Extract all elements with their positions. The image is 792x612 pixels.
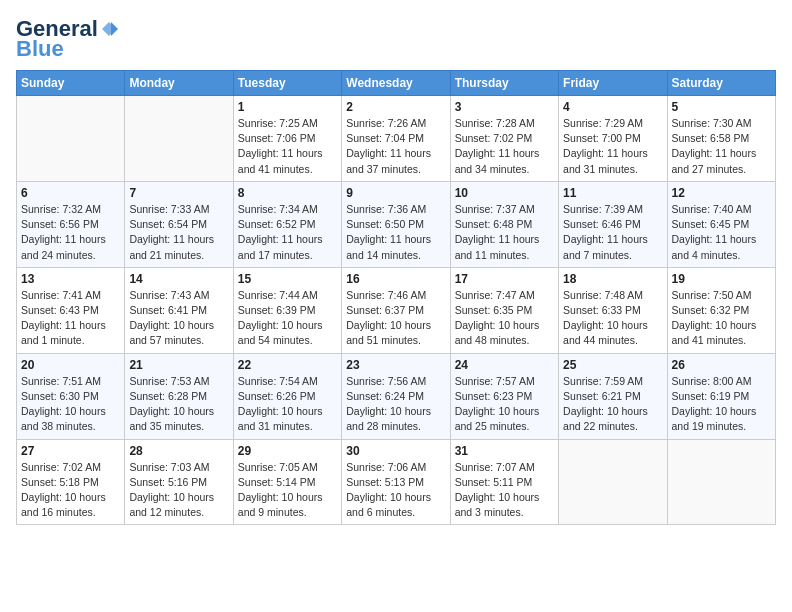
weekday-header-row: SundayMondayTuesdayWednesdayThursdayFrid… (17, 71, 776, 96)
day-number: 6 (21, 186, 120, 200)
day-info: Sunrise: 7:56 AMSunset: 6:24 PMDaylight:… (346, 374, 445, 435)
calendar-cell: 15Sunrise: 7:44 AMSunset: 6:39 PMDayligh… (233, 267, 341, 353)
day-number: 23 (346, 358, 445, 372)
day-number: 2 (346, 100, 445, 114)
calendar-cell: 20Sunrise: 7:51 AMSunset: 6:30 PMDayligh… (17, 353, 125, 439)
day-number: 15 (238, 272, 337, 286)
day-info: Sunrise: 7:30 AMSunset: 6:58 PMDaylight:… (672, 116, 771, 177)
day-info: Sunrise: 7:25 AMSunset: 7:06 PMDaylight:… (238, 116, 337, 177)
weekday-header-sunday: Sunday (17, 71, 125, 96)
calendar-cell: 1Sunrise: 7:25 AMSunset: 7:06 PMDaylight… (233, 96, 341, 182)
day-number: 20 (21, 358, 120, 372)
calendar-cell: 29Sunrise: 7:05 AMSunset: 5:14 PMDayligh… (233, 439, 341, 525)
day-info: Sunrise: 7:05 AMSunset: 5:14 PMDaylight:… (238, 460, 337, 521)
svg-marker-1 (111, 22, 118, 36)
calendar-cell: 7Sunrise: 7:33 AMSunset: 6:54 PMDaylight… (125, 181, 233, 267)
day-number: 30 (346, 444, 445, 458)
calendar-cell: 14Sunrise: 7:43 AMSunset: 6:41 PMDayligh… (125, 267, 233, 353)
calendar-cell (125, 96, 233, 182)
day-number: 11 (563, 186, 662, 200)
calendar-cell: 27Sunrise: 7:02 AMSunset: 5:18 PMDayligh… (17, 439, 125, 525)
day-number: 21 (129, 358, 228, 372)
calendar-cell: 22Sunrise: 7:54 AMSunset: 6:26 PMDayligh… (233, 353, 341, 439)
day-info: Sunrise: 7:43 AMSunset: 6:41 PMDaylight:… (129, 288, 228, 349)
calendar-cell: 11Sunrise: 7:39 AMSunset: 6:46 PMDayligh… (559, 181, 667, 267)
day-info: Sunrise: 7:46 AMSunset: 6:37 PMDaylight:… (346, 288, 445, 349)
day-info: Sunrise: 7:32 AMSunset: 6:56 PMDaylight:… (21, 202, 120, 263)
weekday-header-monday: Monday (125, 71, 233, 96)
day-info: Sunrise: 7:44 AMSunset: 6:39 PMDaylight:… (238, 288, 337, 349)
weekday-header-friday: Friday (559, 71, 667, 96)
day-number: 17 (455, 272, 554, 286)
day-info: Sunrise: 8:00 AMSunset: 6:19 PMDaylight:… (672, 374, 771, 435)
day-number: 12 (672, 186, 771, 200)
day-info: Sunrise: 7:07 AMSunset: 5:11 PMDaylight:… (455, 460, 554, 521)
day-number: 29 (238, 444, 337, 458)
day-number: 19 (672, 272, 771, 286)
calendar-cell: 9Sunrise: 7:36 AMSunset: 6:50 PMDaylight… (342, 181, 450, 267)
day-number: 25 (563, 358, 662, 372)
day-number: 13 (21, 272, 120, 286)
calendar-week-row: 1Sunrise: 7:25 AMSunset: 7:06 PMDaylight… (17, 96, 776, 182)
day-info: Sunrise: 7:26 AMSunset: 7:04 PMDaylight:… (346, 116, 445, 177)
day-info: Sunrise: 7:48 AMSunset: 6:33 PMDaylight:… (563, 288, 662, 349)
calendar-cell: 31Sunrise: 7:07 AMSunset: 5:11 PMDayligh… (450, 439, 558, 525)
calendar-cell: 30Sunrise: 7:06 AMSunset: 5:13 PMDayligh… (342, 439, 450, 525)
day-info: Sunrise: 7:54 AMSunset: 6:26 PMDaylight:… (238, 374, 337, 435)
day-number: 7 (129, 186, 228, 200)
day-number: 1 (238, 100, 337, 114)
calendar-cell: 17Sunrise: 7:47 AMSunset: 6:35 PMDayligh… (450, 267, 558, 353)
day-number: 18 (563, 272, 662, 286)
day-info: Sunrise: 7:02 AMSunset: 5:18 PMDaylight:… (21, 460, 120, 521)
calendar-week-row: 27Sunrise: 7:02 AMSunset: 5:18 PMDayligh… (17, 439, 776, 525)
day-number: 3 (455, 100, 554, 114)
day-number: 24 (455, 358, 554, 372)
logo-blue: Blue (16, 36, 64, 62)
day-info: Sunrise: 7:37 AMSunset: 6:48 PMDaylight:… (455, 202, 554, 263)
weekday-header-thursday: Thursday (450, 71, 558, 96)
calendar-cell: 2Sunrise: 7:26 AMSunset: 7:04 PMDaylight… (342, 96, 450, 182)
calendar-cell (17, 96, 125, 182)
calendar-cell: 12Sunrise: 7:40 AMSunset: 6:45 PMDayligh… (667, 181, 775, 267)
day-number: 14 (129, 272, 228, 286)
calendar-cell: 28Sunrise: 7:03 AMSunset: 5:16 PMDayligh… (125, 439, 233, 525)
calendar-cell: 19Sunrise: 7:50 AMSunset: 6:32 PMDayligh… (667, 267, 775, 353)
calendar-cell: 26Sunrise: 8:00 AMSunset: 6:19 PMDayligh… (667, 353, 775, 439)
calendar-cell: 13Sunrise: 7:41 AMSunset: 6:43 PMDayligh… (17, 267, 125, 353)
day-info: Sunrise: 7:03 AMSunset: 5:16 PMDaylight:… (129, 460, 228, 521)
day-info: Sunrise: 7:40 AMSunset: 6:45 PMDaylight:… (672, 202, 771, 263)
day-info: Sunrise: 7:39 AMSunset: 6:46 PMDaylight:… (563, 202, 662, 263)
day-info: Sunrise: 7:47 AMSunset: 6:35 PMDaylight:… (455, 288, 554, 349)
calendar-cell (667, 439, 775, 525)
day-info: Sunrise: 7:59 AMSunset: 6:21 PMDaylight:… (563, 374, 662, 435)
day-number: 4 (563, 100, 662, 114)
day-info: Sunrise: 7:29 AMSunset: 7:00 PMDaylight:… (563, 116, 662, 177)
calendar-week-row: 20Sunrise: 7:51 AMSunset: 6:30 PMDayligh… (17, 353, 776, 439)
logo: General Blue (16, 16, 118, 62)
calendar-cell: 21Sunrise: 7:53 AMSunset: 6:28 PMDayligh… (125, 353, 233, 439)
day-info: Sunrise: 7:51 AMSunset: 6:30 PMDaylight:… (21, 374, 120, 435)
day-number: 10 (455, 186, 554, 200)
calendar-cell (559, 439, 667, 525)
day-number: 28 (129, 444, 228, 458)
calendar-cell: 16Sunrise: 7:46 AMSunset: 6:37 PMDayligh… (342, 267, 450, 353)
calendar-cell: 23Sunrise: 7:56 AMSunset: 6:24 PMDayligh… (342, 353, 450, 439)
calendar-cell: 6Sunrise: 7:32 AMSunset: 6:56 PMDaylight… (17, 181, 125, 267)
day-info: Sunrise: 7:57 AMSunset: 6:23 PMDaylight:… (455, 374, 554, 435)
weekday-header-saturday: Saturday (667, 71, 775, 96)
calendar-cell: 24Sunrise: 7:57 AMSunset: 6:23 PMDayligh… (450, 353, 558, 439)
day-number: 22 (238, 358, 337, 372)
day-info: Sunrise: 7:06 AMSunset: 5:13 PMDaylight:… (346, 460, 445, 521)
weekday-header-tuesday: Tuesday (233, 71, 341, 96)
calendar-cell: 18Sunrise: 7:48 AMSunset: 6:33 PMDayligh… (559, 267, 667, 353)
day-info: Sunrise: 7:53 AMSunset: 6:28 PMDaylight:… (129, 374, 228, 435)
day-number: 27 (21, 444, 120, 458)
day-info: Sunrise: 7:50 AMSunset: 6:32 PMDaylight:… (672, 288, 771, 349)
logo-icon (100, 20, 118, 38)
calendar-week-row: 13Sunrise: 7:41 AMSunset: 6:43 PMDayligh… (17, 267, 776, 353)
calendar-cell: 5Sunrise: 7:30 AMSunset: 6:58 PMDaylight… (667, 96, 775, 182)
day-info: Sunrise: 7:41 AMSunset: 6:43 PMDaylight:… (21, 288, 120, 349)
weekday-header-wednesday: Wednesday (342, 71, 450, 96)
day-number: 9 (346, 186, 445, 200)
day-info: Sunrise: 7:28 AMSunset: 7:02 PMDaylight:… (455, 116, 554, 177)
